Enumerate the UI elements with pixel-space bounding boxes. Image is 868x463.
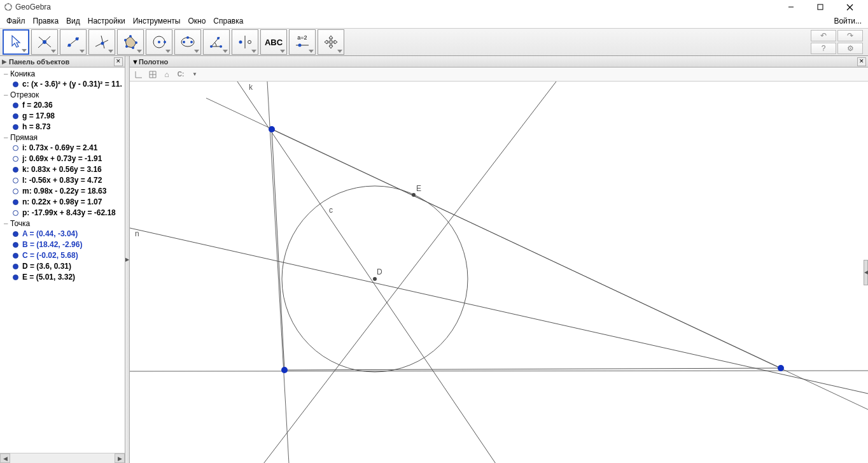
left-splitter[interactable]: ▶: [125, 56, 130, 463]
close-button[interactable]: [835, 0, 864, 14]
obj-l[interactable]: l: -0.56x + 0.83y = 4.72: [0, 175, 125, 186]
undo-icon: ↶: [820, 31, 827, 40]
menu-file[interactable]: Файл: [3, 15, 29, 27]
point-A[interactable]: [281, 367, 288, 373]
obj-D[interactable]: D = (3.6, 0.31): [0, 261, 125, 272]
tool-polygon[interactable]: [117, 29, 144, 55]
move-graphics-icon: [323, 34, 339, 50]
menu-view[interactable]: Вид: [62, 15, 84, 27]
group-line[interactable]: ─Прямая: [0, 132, 125, 143]
menu-help[interactable]: Справка: [209, 15, 247, 27]
right-splitter[interactable]: ◀: [864, 260, 868, 285]
obj-E[interactable]: E = (5.01, 3.32): [0, 272, 125, 283]
obj-C[interactable]: C = (-0.02, 5.68): [0, 250, 125, 261]
menu-settings[interactable]: Настройки: [84, 15, 129, 27]
help-button[interactable]: ?: [811, 43, 836, 54]
slider-icon: a=2: [295, 34, 310, 50]
menu-edit[interactable]: Правка: [29, 15, 63, 27]
settings-button[interactable]: ⚙: [837, 43, 863, 54]
home-button[interactable]: ⌂: [160, 69, 173, 80]
tool-ellipse[interactable]: [174, 29, 201, 55]
objects-panel-header[interactable]: ▶ Панель объектов ✕: [0, 56, 125, 68]
group-conic[interactable]: ─Коника: [0, 69, 125, 79]
app-title: GeoGebra: [15, 3, 776, 11]
svg-text:n: n: [135, 229, 139, 238]
tool-perpendicular[interactable]: [88, 29, 115, 55]
svg-line-45: [272, 129, 284, 370]
tool-angle[interactable]: [203, 29, 230, 55]
canvas-toolbar: ⌂ C: ▼: [130, 68, 868, 82]
app-logo-icon: [4, 3, 13, 11]
tool-movegraphics[interactable]: [318, 29, 344, 55]
obj-g[interactable]: g = 17.98: [0, 111, 125, 122]
polygon-icon: [122, 34, 139, 50]
point-C[interactable]: [269, 126, 275, 132]
svg-point-2: [10, 5, 11, 6]
menu-tools[interactable]: Инструменты: [129, 15, 185, 27]
obj-m[interactable]: m: 0.98x - 0.22y = 18.63: [0, 186, 125, 197]
toolbar: ABC a=2 ↶ ↷ ? ⚙: [0, 28, 868, 56]
canvas-panel: ▼ Полотно ✕ ⌂ C: ▼: [130, 56, 868, 463]
obj-h[interactable]: h = 8.73: [0, 122, 125, 132]
tool-circle[interactable]: [146, 29, 172, 55]
obj-i[interactable]: i: 0.73x - 0.69y = 2.41: [0, 143, 125, 153]
point-E[interactable]: [412, 193, 416, 197]
obj-B[interactable]: B = (18.42, -2.96): [0, 239, 125, 250]
svg-point-30: [186, 36, 189, 39]
undo-button[interactable]: ↶: [811, 30, 836, 41]
scroll-right-button[interactable]: ▶: [115, 453, 125, 463]
obj-f[interactable]: f = 20.36: [0, 100, 125, 111]
obj-n[interactable]: n: 0.22x + 0.98y = 1.07: [0, 197, 125, 208]
collapse-arrow-icon: ▶: [2, 58, 7, 65]
tool-move[interactable]: [3, 29, 29, 55]
point-B[interactable]: [778, 365, 784, 371]
login-link[interactable]: Войти...: [830, 15, 865, 27]
obj-j[interactable]: j: 0.69x + 0.73y = -1.91: [0, 153, 125, 164]
svg-line-43: [130, 228, 868, 394]
tool-slider[interactable]: a=2: [289, 29, 316, 55]
canvas-area[interactable]: k n c D E: [130, 82, 868, 463]
gear-icon: ⚙: [847, 44, 854, 53]
obj-A[interactable]: A = (0.44, -3.04): [0, 229, 125, 239]
geometry-canvas[interactable]: k n c D E: [130, 82, 868, 463]
axes-toggle[interactable]: [132, 69, 145, 80]
menubar: Файл Правка Вид Настройки Инструменты Ок…: [0, 14, 868, 28]
point-D[interactable]: [373, 277, 377, 281]
svg-text:k: k: [249, 83, 253, 92]
objects-list[interactable]: ─Коника c: (x - 3.6)² + (y - 0.31)² = 11…: [0, 68, 125, 453]
capture-button[interactable]: C:: [174, 69, 187, 80]
svg-point-14: [68, 44, 71, 47]
group-segment[interactable]: ─Отрезок: [0, 90, 125, 100]
minimize-button[interactable]: [776, 0, 806, 14]
redo-button[interactable]: ↷: [837, 30, 863, 41]
canvas-menu[interactable]: ▼: [188, 69, 201, 80]
perpendicular-icon: [94, 34, 110, 50]
obj-c[interactable]: c: (x - 3.6)² + (y - 0.31)² = 11.: [0, 79, 125, 90]
canvas-header[interactable]: ▼ Полотно ✕: [130, 56, 868, 68]
svg-point-19: [129, 35, 132, 38]
svg-line-47: [130, 371, 868, 371]
maximize-button[interactable]: [806, 0, 835, 14]
point-icon: [36, 34, 53, 50]
help-icon: ?: [822, 44, 826, 53]
obj-k[interactable]: k: 0.83x + 0.56y = 3.16: [0, 164, 125, 175]
group-point[interactable]: ─Точка: [0, 218, 125, 229]
tool-point[interactable]: [31, 29, 58, 55]
tool-line[interactable]: [60, 29, 87, 55]
canvas-close[interactable]: ✕: [857, 57, 866, 66]
svg-point-31: [210, 45, 213, 48]
obj-p[interactable]: p: -17.99x + 8.43y = -62.18: [0, 208, 125, 218]
tool-text[interactable]: ABC: [260, 29, 287, 55]
tool-reflect[interactable]: [232, 29, 258, 55]
canvas-title: Полотно: [139, 58, 498, 66]
scroll-left-button[interactable]: ◀: [0, 453, 10, 463]
svg-line-42: [263, 82, 556, 463]
scroll-track[interactable]: [10, 453, 115, 463]
left-scrollbar[interactable]: ◀ ▶: [0, 453, 125, 463]
dropdown-icon: ▼: [192, 71, 197, 77]
titlebar: GeoGebra: [0, 0, 868, 14]
objects-panel-close[interactable]: ✕: [114, 57, 123, 66]
menu-window[interactable]: Окно: [184, 15, 209, 27]
grid-toggle[interactable]: [146, 69, 159, 80]
svg-point-3: [10, 9, 11, 10]
